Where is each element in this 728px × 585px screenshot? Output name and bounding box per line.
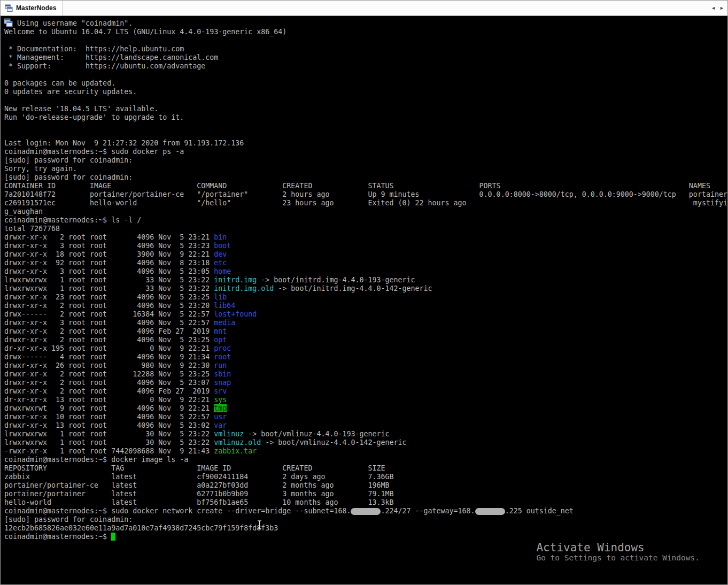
terminal-text: REPOSITORY TAG IMAGE ID CREATED SIZE (4, 464, 385, 472)
terminal-text: Run 'do-release-upgrade' to upgrade to i… (4, 113, 184, 121)
terminal-text: vmlinuz.old (214, 438, 261, 447)
terminal-line: Run 'do-release-upgrade' to upgrade to i… (4, 113, 727, 122)
terminal-line: REPOSITORY TAG IMAGE ID CREATED SIZE (4, 464, 727, 473)
ibeam-cursor-icon (256, 520, 263, 532)
terminal-line: drwxr-xr-x 3 root root 4096 Nov 5 23:23 … (4, 242, 727, 250)
putty-tab-icon (5, 4, 13, 12)
terminal-text: coinadmin@masternodes:~$ sudo docker net… (4, 507, 351, 515)
terminal-block-cursor (111, 533, 115, 541)
terminal-line (4, 71, 727, 79)
terminal-text: Welcome to Ubuntu 16.04.7 LTS (GNU/Linux… (4, 28, 286, 36)
terminal-text: lib64 (214, 302, 235, 310)
terminal-line: drwxr-xr-x 2 root root 12288 Nov 5 23:25… (4, 370, 727, 379)
terminal-text: usr (214, 413, 227, 421)
terminal-output: Using username "coinadmin".Welcome to Ub… (4, 19, 727, 541)
terminal-text: * Management: https://landscape.canonica… (4, 53, 218, 61)
terminal-line: 7a2010148f72 portainer/portainer-ce "/po… (4, 190, 727, 199)
tab-label: MasterNodes (16, 4, 56, 12)
terminal-line: hello-world latest bf756fb1ae65 10 month… (4, 498, 727, 507)
terminal-text: -> boot/initrd.img-4.4.0-193-generic (257, 276, 415, 284)
app-window: MasterNodes ◄ ► Using username "coinadmi… (0, 0, 728, 585)
terminal-text: * Support: https://ubuntu.com/advantage (4, 62, 205, 70)
terminal-text: proc (214, 344, 231, 352)
terminal-text: zabbix latest cf9002411184 2 days ago 7.… (4, 473, 394, 481)
terminal-text: etc (214, 259, 227, 267)
terminal-text: tmp (214, 404, 227, 412)
terminal-text: hello-world latest bf756fb1ae65 10 month… (4, 498, 394, 506)
terminal-text: 12ecb2b685826ae032e60e11a9ad7a010e7af493… (4, 524, 278, 532)
terminal-line: total 7267768 (4, 225, 727, 233)
terminal-line: Sorry, try again. (4, 165, 727, 173)
terminal-text: home (214, 267, 231, 275)
terminal-line (4, 130, 727, 139)
terminal-line: drwxr-xr-x 2 root root 4096 Feb 27 2019 … (4, 387, 727, 396)
terminal-line: Using username "coinadmin". (4, 19, 727, 28)
terminal-line: dr-xr-xr-x 195 root root 0 Nov 9 22:21 p… (4, 344, 727, 353)
terminal-text: 0 updates are security updates. (4, 88, 137, 96)
terminal-text: Last login: Mon Nov 9 21:27:32 2020 from… (4, 139, 244, 147)
terminal-line: coinadmin@masternodes:~$ sudo docker net… (4, 507, 727, 515)
terminal-line: [sudo] password for coinadmin: (4, 156, 727, 165)
terminal-line: coinadmin@masternodes:~$ docker image ls… (4, 456, 727, 464)
terminal-text: New release '18.04.5 LTS' available. (4, 105, 158, 113)
terminal-text: boot (214, 242, 231, 250)
terminal-text: drwxr-xr-x 2 root root 4096 Nov 5 23:20 (4, 302, 214, 310)
terminal-line: drwxr-xr-x 10 root root 4096 Nov 5 22:57… (4, 413, 727, 421)
terminal-line: lrwxrwxrwx 1 root root 33 Nov 5 23:22 in… (4, 284, 727, 293)
terminal-text: portainer/portainer-ce latest a0a227bf03… (4, 481, 390, 489)
terminal-line: portainer/portainer latest 62771b0b9b09 … (4, 490, 727, 498)
terminal-line: New release '18.04.5 LTS' available. (4, 105, 727, 113)
terminal-line: drwxr-xr-x 13 root root 4096 Nov 5 23:02… (4, 421, 727, 430)
terminal-line: [sudo] password for coinadmin: (4, 515, 727, 524)
terminal-line: drwxr-xr-x 3 root root 4096 Nov 5 22:57 … (4, 319, 727, 327)
terminal-text: -> boot/initrd.img-4.4.0-142-generic (274, 284, 432, 292)
terminal-line: drwx------ 4 root root 4096 Nov 9 21:34 … (4, 353, 727, 361)
terminal-text: [sudo] password for coinadmin: (4, 515, 133, 524)
terminal-line: dr-xr-xr-x 13 root root 0 Nov 9 22:21 sy… (4, 396, 727, 404)
terminal-text: dr-xr-xr-x 195 root root 0 Nov 9 22:21 (4, 344, 214, 352)
terminal-text: drwxr-xr-x 2 root root 4096 Nov 5 23:07 (4, 379, 214, 387)
terminal-text: run (214, 361, 227, 370)
terminal-line: drwxr-xr-x 92 root root 4096 Nov 8 23:18… (4, 259, 727, 267)
terminal-line: drwxr-xr-x 3 root root 4096 Nov 5 23:05 … (4, 267, 727, 276)
terminal-line: drwxr-xr-x 18 root root 3900 Nov 9 22:21… (4, 250, 727, 259)
terminal-text: drwxr-xr-x 2 root root 4096 Feb 27 2019 (4, 387, 214, 395)
terminal-line: CONTAINER ID IMAGE COMMAND CREATED STATU… (4, 182, 727, 190)
tab-masternodes[interactable]: MasterNodes (1, 1, 63, 16)
terminal-text: coinadmin@masternodes:~$ docker image ls… (4, 456, 188, 464)
terminal-line: coinadmin@masternodes:~$ (4, 533, 727, 541)
terminal-text: coinadmin@masternodes:~$ (4, 533, 111, 541)
tab-nav-arrows: ◄ ► (711, 1, 724, 16)
terminal-text: sys (214, 396, 227, 404)
tab-bar: MasterNodes ◄ ► (1, 1, 727, 16)
terminal-line: drwxr-xr-x 2 root root 4096 Nov 5 23:25 … (4, 336, 727, 344)
terminal-text: vmlinuz (214, 430, 244, 438)
terminal-text: initrd.img.old (214, 284, 274, 292)
nav-forward-icon[interactable]: ► (719, 5, 724, 11)
terminal-line: c269191571ec hello-world "/hello" 23 hou… (4, 199, 727, 207)
terminal-text: * Documentation: https://help.ubuntu.com (4, 45, 184, 53)
terminal-line: * Management: https://landscape.canonica… (4, 53, 727, 62)
terminal-text: lrwxrwxrwx 1 root root 33 Nov 5 23:22 (4, 284, 214, 292)
watermark-subtitle: Go to Settings to activate Windows. (536, 553, 700, 562)
terminal-text: -> boot/vmlinuz-4.4.0-193-generic (244, 430, 389, 438)
terminal-line: 12ecb2b685826ae032e60e11a9ad7a010e7af493… (4, 524, 727, 533)
terminal-text: drwxr-xr-x 13 root root 4096 Nov 5 23:02 (4, 421, 214, 429)
terminal-text: media (214, 319, 235, 327)
terminal-line: * Support: https://ubuntu.com/advantage (4, 62, 727, 71)
terminal-text: -> boot/vmlinuz-4.4.0-142-generic (261, 438, 406, 447)
terminal-line: drwxr-xr-x 2 root root 4096 Nov 5 23:21 … (4, 233, 727, 242)
terminal-text: .225 outside_net (505, 507, 574, 515)
terminal-text: initrd.img (214, 276, 257, 284)
terminal-line (4, 122, 727, 130)
nav-back-icon[interactable]: ◄ (711, 5, 716, 11)
terminal[interactable]: Using username "coinadmin".Welcome to Ub… (1, 16, 727, 585)
terminal-text: Using username "coinadmin". (4, 19, 133, 27)
terminal-text: lrwxrwxrwx 1 root root 30 Nov 5 23:22 (4, 430, 214, 438)
terminal-text: coinadmin@masternodes:~$ sudo docker ps … (4, 148, 184, 156)
terminal-text: [sudo] password for coinadmin: (4, 156, 133, 164)
terminal-line: 0 updates are security updates. (4, 88, 727, 96)
terminal-text: sbin (214, 370, 231, 378)
terminal-text: Sorry, try again. (4, 165, 77, 173)
terminal-line: lrwxrwxrwx 1 root root 30 Nov 5 23:22 vm… (4, 430, 727, 438)
